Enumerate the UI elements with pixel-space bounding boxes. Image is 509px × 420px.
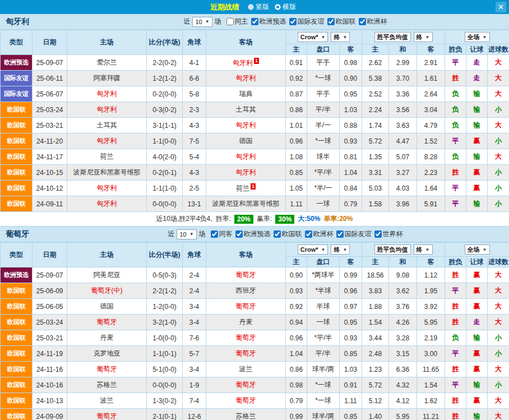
dropdown-arrow-icon: ▼ xyxy=(483,35,487,40)
away-team-link[interactable]: 波兰 xyxy=(206,362,286,377)
competition-checkbox[interactable] xyxy=(336,230,344,238)
corner-score: 2-4 xyxy=(183,283,206,299)
match-type-badge: 欧国联 xyxy=(1,299,33,315)
competition-checkbox[interactable] xyxy=(274,230,281,238)
away-team-link[interactable]: 土耳其 xyxy=(206,102,286,118)
away-team-link[interactable]: 匈牙利1 xyxy=(206,55,286,71)
competition-checkbox[interactable] xyxy=(251,18,258,25)
radio-horizontal-layout[interactable]: 横版 xyxy=(275,2,296,12)
radio-vertical-layout[interactable]: 竖版 xyxy=(248,2,269,12)
odds-average-select[interactable]: 胜平负均值 xyxy=(374,244,411,255)
home-team-link[interactable]: 阿美尼亚 xyxy=(67,267,147,283)
filter-checkbox[interactable]: 世界杯 xyxy=(374,229,403,239)
away-team-link[interactable]: 葡萄牙 xyxy=(206,299,286,315)
home-team-link[interactable]: 匈牙利 xyxy=(67,196,147,212)
score: 0-0(0-0) xyxy=(147,196,183,212)
fulltime-select[interactable]: 全场 ▼ xyxy=(465,244,490,255)
recent-count-select[interactable]: 10 ▼ xyxy=(192,17,212,27)
close-button[interactable]: ✕ xyxy=(496,2,506,12)
home-team-link[interactable]: 匈牙利 xyxy=(67,181,147,196)
home-team-link[interactable]: 葡萄牙 xyxy=(67,362,147,377)
away-team-link[interactable]: 葡萄牙 xyxy=(206,393,286,409)
draw-odds: 3.56 xyxy=(389,102,417,118)
filter-checkbox[interactable]: 欧洲杯 xyxy=(305,229,334,239)
away-team-link[interactable]: 匈牙利 xyxy=(206,165,286,181)
goals-result: 大 xyxy=(488,393,509,409)
home-team-link[interactable]: 克罗地亚 xyxy=(67,346,147,362)
away-team-link[interactable]: 荷兰1 xyxy=(206,181,286,196)
checkbox-label: 欧国联 xyxy=(282,229,302,239)
home-team-link[interactable]: 葡萄牙 xyxy=(67,315,147,330)
away-team-link[interactable]: 波斯尼亚和黑塞哥维那 xyxy=(206,196,286,212)
company-select[interactable]: Crow* ▼ xyxy=(298,244,328,255)
filter-checkbox[interactable]: 同主 xyxy=(226,17,248,26)
win-odds: 3.83 xyxy=(362,283,389,299)
score: 1-0(0-0) xyxy=(147,330,183,346)
competition-checkbox[interactable] xyxy=(289,18,297,25)
filter-checkbox[interactable]: 国际友谊 xyxy=(336,229,372,239)
filter-checkbox[interactable]: 欧洲预选 xyxy=(235,229,271,239)
away-team-link[interactable]: 瑞典 xyxy=(206,86,286,102)
away-team-link[interactable]: 德国 xyxy=(206,133,286,149)
home-team-link[interactable]: 土耳其 xyxy=(67,118,147,133)
recent-count-select[interactable]: 10 ▼ xyxy=(177,229,196,239)
handicap-line: 一球 xyxy=(307,315,340,330)
fulltime-select[interactable]: 全场 ▼ xyxy=(465,32,490,42)
away-team-link[interactable]: 匈牙利 xyxy=(206,71,286,86)
final-select-1x2[interactable]: 终 ▼ xyxy=(414,32,433,42)
competition-checkbox[interactable] xyxy=(374,230,382,238)
match-result: 负 xyxy=(445,86,466,102)
home-team-link[interactable]: 匈牙利 xyxy=(67,133,147,149)
competition-checkbox[interactable] xyxy=(305,230,312,238)
competition-checkbox[interactable] xyxy=(226,18,234,25)
filter-checkbox[interactable]: 同客 xyxy=(211,229,233,239)
away-team-link[interactable]: 葡萄牙 xyxy=(206,330,286,346)
draw-odds: 3.28 xyxy=(389,330,417,346)
filter-checkbox[interactable]: 欧洲杯 xyxy=(359,17,387,26)
away-team-link[interactable]: 葡萄牙 xyxy=(206,267,286,283)
home-team-link[interactable]: 波斯尼亚和黑塞哥维那 xyxy=(67,165,147,181)
home-team-link[interactable]: 阿塞拜疆 xyxy=(67,71,147,86)
competition-checkbox[interactable] xyxy=(235,230,243,238)
filter-controls: 近 10 ▼ 场 同客欧洲预选欧国联欧洲杯国际友谊世界杯 xyxy=(62,229,509,239)
home-team-link[interactable]: 丹麦 xyxy=(67,330,147,346)
filter-checkbox[interactable]: 欧国联 xyxy=(327,17,356,26)
filter-checkbox[interactable]: 欧洲预选 xyxy=(251,17,286,26)
competition-checkbox[interactable] xyxy=(211,230,218,238)
win-odds: 5.72 xyxy=(362,133,389,149)
home-team-link[interactable]: 葡萄牙(中) xyxy=(67,283,147,299)
away-team-link[interactable]: 匈牙利 xyxy=(206,149,286,165)
home-team-link[interactable]: 德国 xyxy=(67,299,147,315)
odds-average-select[interactable]: 胜平负均值 xyxy=(374,32,411,42)
filter-checkbox[interactable]: 欧国联 xyxy=(274,229,302,239)
final-select-1x2[interactable]: 终 ▼ xyxy=(414,244,433,255)
lose-odds: 1.61 xyxy=(417,71,445,86)
final-select-handicap[interactable]: 终 ▼ xyxy=(331,32,350,42)
handicap-result: 输 xyxy=(466,377,488,393)
away-team-link[interactable]: 丹麦 xyxy=(206,315,286,330)
competition-checkbox[interactable] xyxy=(359,18,366,25)
score: 1-2(0-0) xyxy=(147,299,183,315)
goals-result: 大 xyxy=(488,86,509,102)
home-team-link[interactable]: 波兰 xyxy=(67,393,147,409)
away-team-link[interactable]: 匈牙利 xyxy=(206,118,286,133)
away-team-link[interactable]: 西班牙 xyxy=(206,283,286,299)
select-value: 终 xyxy=(334,246,340,254)
away-team-link[interactable]: 葡萄牙 xyxy=(206,377,286,393)
match-row: 欧国联 25-03-24 匈牙利 0-3(0-2) 2-3 土耳其 0.86 平… xyxy=(1,102,509,118)
company-select[interactable]: Crow* ▼ xyxy=(298,32,328,42)
competition-checkbox[interactable] xyxy=(327,18,335,25)
home-team-link[interactable]: 爱尔兰 xyxy=(67,55,147,71)
filter-checkbox[interactable]: 国际友谊 xyxy=(289,17,325,26)
home-team-link[interactable]: 苏格兰 xyxy=(67,377,147,393)
home-team-link[interactable]: 荷兰 xyxy=(67,149,147,165)
home-team-link[interactable]: 匈牙利 xyxy=(67,102,147,118)
final-select-handicap[interactable]: 终 ▼ xyxy=(331,244,350,255)
home-team-link[interactable]: 葡萄牙 xyxy=(67,409,147,420)
away-team-link[interactable]: 苏格兰 xyxy=(206,409,286,420)
away-team-link[interactable]: 葡萄牙 xyxy=(206,346,286,362)
home-team-link[interactable]: 匈牙利 xyxy=(67,86,147,102)
match-type-badge: 国际友谊 xyxy=(1,71,33,86)
match-result: 负 xyxy=(445,330,466,346)
column-header-date: 日期 xyxy=(33,243,67,267)
